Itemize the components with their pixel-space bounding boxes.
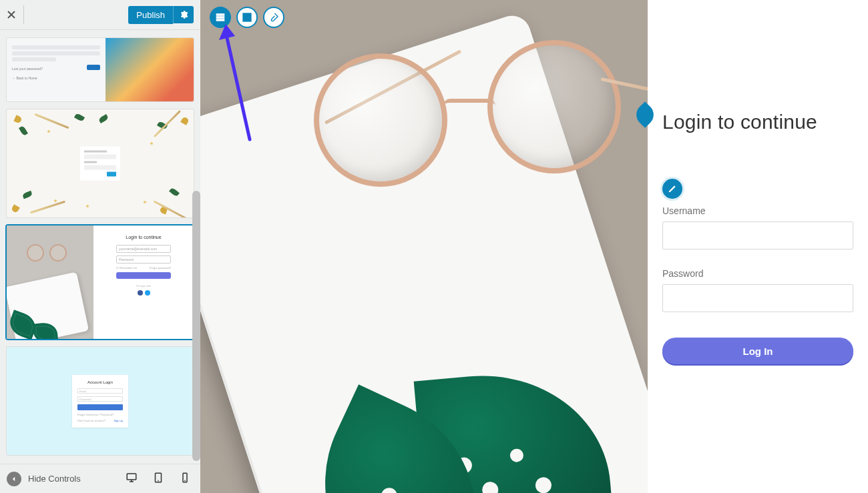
sidebar-topbar: Publish	[0, 0, 200, 30]
tablet-preview-button[interactable]	[152, 472, 164, 486]
tablet-icon	[152, 472, 164, 484]
hide-controls-toggle[interactable]: Hide Controls	[7, 472, 81, 486]
svg-rect-11	[216, 19, 224, 21]
chevron-left-icon	[7, 472, 21, 486]
section-edit-toolbar	[210, 7, 284, 28]
mobile-icon	[179, 472, 191, 484]
mobile-preview-button[interactable]	[179, 472, 191, 486]
template-thumbnail[interactable]: Lost your password? ← Back to Home	[7, 38, 194, 101]
edit-row-button[interactable]	[210, 7, 231, 28]
template-thumbnail[interactable]: Account Login Email Password Forgot User…	[7, 347, 194, 455]
publish-button[interactable]: Publish	[128, 6, 173, 24]
login-form-panel: Login to continue Username Password Log …	[648, 0, 868, 493]
svg-rect-10	[216, 17, 224, 19]
device-preview-switcher	[126, 472, 191, 486]
close-customizer-button[interactable]	[5, 5, 24, 24]
style-button[interactable]	[263, 7, 284, 28]
pencil-icon	[668, 184, 677, 193]
template-thumbnail-selected[interactable]: Login to continue yourname@example.com P…	[7, 225, 194, 339]
publish-settings-button[interactable]	[173, 6, 194, 23]
password-input[interactable]	[662, 284, 853, 312]
desktop-icon	[126, 472, 138, 484]
desktop-preview-button[interactable]	[126, 472, 138, 486]
template-thumbnail[interactable]	[7, 109, 194, 217]
close-icon	[7, 11, 15, 19]
hide-controls-label: Hide Controls	[28, 474, 81, 484]
svg-rect-9	[216, 14, 224, 16]
sidebar-scrollbar[interactable]	[191, 191, 200, 461]
live-preview: Login to continue Username Password Log …	[200, 0, 868, 493]
gear-icon	[179, 10, 188, 19]
login-submit-button[interactable]: Log In	[662, 338, 853, 364]
edit-field-button[interactable]	[662, 179, 682, 199]
sidebar-footer: Hide Controls	[0, 464, 200, 493]
brush-icon	[268, 12, 279, 23]
rows-icon	[215, 12, 226, 23]
hero-image	[200, 0, 648, 493]
template-title: Login to continue	[126, 235, 161, 239]
password-label: Password	[662, 268, 853, 279]
login-heading: Login to continue	[662, 111, 853, 133]
template-list[interactable]: Lost your password? ← Back to Home	[0, 30, 200, 464]
columns-icon	[242, 12, 252, 23]
username-label: Username	[662, 205, 853, 216]
edit-column-button[interactable]	[236, 7, 258, 28]
publish-group: Publish	[128, 6, 194, 24]
template-title: Account Login	[77, 380, 123, 384]
username-input[interactable]	[662, 221, 853, 250]
svg-rect-2	[127, 474, 136, 480]
customizer-sidebar: Publish Lost your password? ← Back to Ho…	[0, 0, 200, 493]
